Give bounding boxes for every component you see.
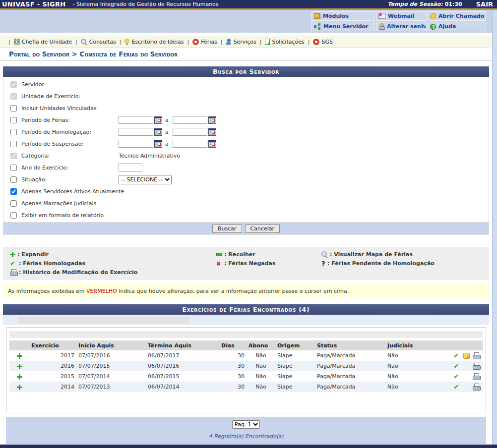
minus-icon bbox=[216, 253, 222, 256]
search-section: Busca por Servidor Servidor:Unidade de E… bbox=[3, 66, 489, 235]
apenas-servidores-ativos-atualmente-checkbox[interactable] bbox=[10, 188, 17, 195]
periodo-de-suspensao-checkbox[interactable] bbox=[10, 141, 17, 147]
cell-judiciais: Não bbox=[385, 371, 444, 382]
plus-icon bbox=[10, 252, 15, 257]
quick-button-label: Webmail bbox=[388, 13, 415, 19]
cell-exercicio: 2015 bbox=[29, 371, 76, 382]
expand-row-button[interactable] bbox=[17, 364, 22, 369]
breadcrumb[interactable]: Portal do Servidor > Consulta de Férias … bbox=[0, 48, 492, 61]
menu-item-consultas[interactable]: Consultas bbox=[81, 39, 116, 45]
apenas-marcacoes-judiciais-checkbox[interactable] bbox=[10, 200, 17, 207]
menu-item-servicos[interactable]: Serviços bbox=[226, 39, 256, 45]
categoria-checkbox bbox=[10, 153, 17, 159]
calendar-icon[interactable] bbox=[208, 140, 216, 148]
search-button[interactable]: Buscar bbox=[212, 224, 242, 233]
cell-dias: 30 bbox=[219, 350, 247, 361]
main-menu: |Chefia de Unidade|Consultas|Escritório … bbox=[0, 36, 492, 48]
print-history-button[interactable] bbox=[473, 363, 480, 369]
change-password-icon bbox=[378, 23, 384, 30]
results-section: Exercícios de Férias Encontrados (4) Exe… bbox=[3, 304, 489, 444]
page-select[interactable]: Pag. 1 bbox=[232, 420, 260, 429]
vacation-table-box: ExercícioInício AquisTérmino AquisDiasAb… bbox=[6, 327, 486, 413]
lifebuoy-icon bbox=[313, 39, 319, 45]
calendar-icon[interactable] bbox=[208, 116, 216, 124]
table-header-row: ExercícioInício AquisTérmino AquisDiasAb… bbox=[9, 340, 483, 350]
calendar-icon[interactable] bbox=[154, 116, 162, 124]
situacao-select[interactable]: -- SELECIONE -- bbox=[119, 175, 172, 184]
form-row-periodo-de-ferias: Período de Férias:a bbox=[3, 114, 489, 126]
vacation-exercises-table: ExercícioInício AquisTérmino AquisDiasAb… bbox=[9, 340, 483, 392]
app-subtitle: - Sistema Integrado de Gestão de Recurso… bbox=[72, 1, 218, 7]
cell-inicio: 07/07/2013 bbox=[76, 382, 146, 392]
periodo-de-homologacao-checkbox[interactable] bbox=[10, 129, 17, 135]
ano-do-exercicio-input[interactable] bbox=[119, 164, 142, 171]
form-row-incluir-unidades-vinculadas: Incluir Unidades Vinculadas bbox=[3, 102, 489, 114]
magnifier-icon bbox=[321, 251, 328, 258]
cell-termino: 06/07/2017 bbox=[146, 350, 219, 361]
open-ticket-icon bbox=[430, 12, 436, 19]
cell-status: Paga/Marcada bbox=[315, 361, 385, 371]
cell-exercicio: 2014 bbox=[29, 382, 76, 392]
quick-button-ajuda[interactable]: Ajuda bbox=[428, 22, 486, 31]
range-separator: a bbox=[165, 117, 169, 123]
periodo-de-suspensao-end-input[interactable] bbox=[173, 140, 207, 148]
exibir-em-formato-de-relatorio-checkbox[interactable] bbox=[10, 212, 17, 219]
print-history-button[interactable] bbox=[473, 352, 480, 359]
results-section-title: Exercícios de Férias Encontrados (4) bbox=[3, 304, 489, 315]
periodo-de-ferias-checkbox[interactable] bbox=[10, 117, 17, 123]
range-separator: a bbox=[165, 129, 169, 135]
expand-row-button[interactable] bbox=[17, 374, 22, 380]
column-header-inicio-aquis: Início Aquis bbox=[76, 340, 146, 350]
quick-button-webmail[interactable]: Webmail bbox=[376, 11, 427, 21]
quick-button-menu-servidor[interactable]: Menu Servidor bbox=[311, 22, 375, 31]
print-history-button[interactable] bbox=[473, 373, 480, 380]
webmail-icon bbox=[378, 14, 385, 19]
quick-button-abrir-chamado[interactable]: Abrir Chamado bbox=[428, 11, 486, 21]
expand-row-button[interactable] bbox=[17, 353, 22, 359]
logout-link[interactable]: SAIR bbox=[476, 0, 493, 8]
situacao-checkbox[interactable] bbox=[10, 176, 17, 183]
cell-status: Paga/Marcada bbox=[315, 371, 385, 382]
check-icon bbox=[10, 260, 17, 267]
legend-item-ferias-homologadas: : Férias Homologadas bbox=[10, 260, 216, 267]
calendar-icon[interactable] bbox=[208, 128, 216, 136]
periodo-de-suspensao-start-input[interactable] bbox=[119, 140, 153, 148]
column-header-exercicio: Exercício bbox=[29, 340, 76, 350]
quick-button-label: Módulos bbox=[323, 13, 349, 19]
expand-column-header bbox=[9, 340, 29, 350]
form-row-unidade-de-exercicio: Unidade de Exercício: bbox=[3, 90, 489, 102]
ano-do-exercicio-checkbox[interactable] bbox=[10, 165, 17, 171]
cell-dias: 30 bbox=[219, 371, 247, 382]
menu-item-solicitacoes[interactable]: Solicitações bbox=[265, 39, 304, 45]
cell-origem: Siape bbox=[275, 350, 315, 361]
incluir-unidades-vinculadas-checkbox[interactable] bbox=[10, 105, 17, 112]
form-row-servidor: Servidor: bbox=[3, 78, 489, 90]
periodo-de-ferias-start-input[interactable] bbox=[119, 116, 153, 124]
form-row-label: Período de Suspensão: bbox=[21, 141, 119, 147]
expand-row-button[interactable] bbox=[17, 385, 22, 390]
form-row-label: Situação: bbox=[21, 176, 119, 183]
quick-button-alterar-senha[interactable]: Alterar senha bbox=[376, 22, 427, 31]
quick-button-label: Alterar senha bbox=[387, 23, 427, 30]
cell-exercicio: 2016 bbox=[29, 361, 76, 371]
menu-item-escritorio-de-ideias[interactable]: Escritório de Ideias bbox=[124, 39, 184, 45]
menu-item-sgs[interactable]: SGS bbox=[313, 39, 333, 45]
print-history-button[interactable] bbox=[473, 384, 480, 390]
calendar-icon[interactable] bbox=[154, 140, 162, 148]
cancel-button[interactable]: Cancelar bbox=[245, 224, 280, 233]
periodo-de-ferias-end-input[interactable] bbox=[173, 116, 207, 124]
quick-button-label: Menu Servidor bbox=[323, 23, 369, 30]
calendar-icon[interactable] bbox=[154, 128, 162, 136]
form-row-label: Categoria: bbox=[21, 153, 119, 159]
modified-exercise-icon[interactable] bbox=[463, 353, 470, 359]
records-found-count: 4 Registro(s) Encontrado(s) bbox=[6, 433, 486, 440]
quick-button-modulos[interactable]: Módulos bbox=[311, 11, 375, 21]
menu-item-ferias[interactable]: Férias bbox=[192, 39, 217, 45]
periodo-de-homologacao-start-input[interactable] bbox=[119, 128, 153, 136]
menu-item-chefia-de-unidade[interactable]: Chefia de Unidade bbox=[14, 39, 72, 45]
cell-origem: Siape bbox=[275, 371, 315, 382]
cell-origem: Siape bbox=[275, 382, 315, 392]
periodo-de-homologacao-end-input[interactable] bbox=[173, 128, 207, 136]
notice-suffix: indica que houve alteração, para ver a i… bbox=[117, 288, 349, 294]
pagination-footer: Pag. 1 4 Registro(s) Encontrado(s) bbox=[6, 417, 486, 444]
